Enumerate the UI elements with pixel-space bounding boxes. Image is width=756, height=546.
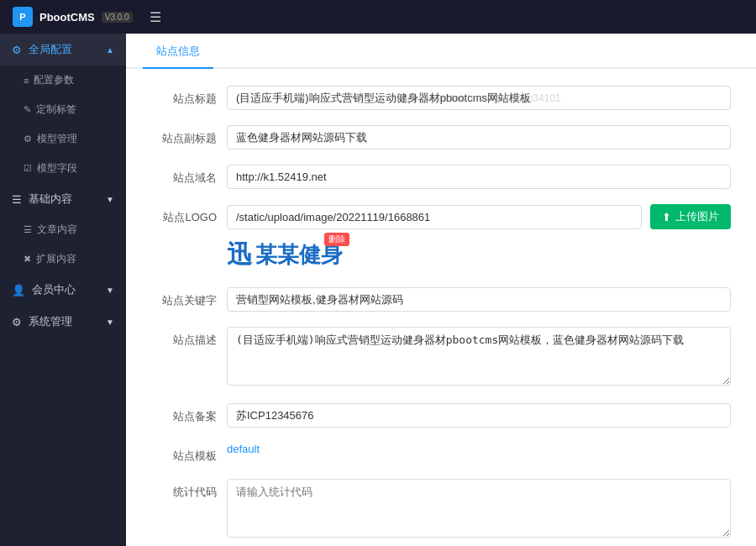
site-record-input[interactable] xyxy=(227,403,731,428)
content-area: 站点信息 站点标题 https://www.huzhan.com/ishop34… xyxy=(126,34,756,546)
sidebar-item-model-manage[interactable]: ⚙ 模型管理 xyxy=(0,124,126,154)
sidebar-item-basic-content[interactable]: ☰ 基础内容 ▼ xyxy=(0,183,126,215)
basic-content-arrow: ▼ xyxy=(106,195,114,204)
upload-image-button[interactable]: ⬆ 上传图片 xyxy=(650,204,731,229)
model-manage-icon: ⚙ xyxy=(24,134,32,144)
logo-preview-area: 迅 某某健身 删除 xyxy=(227,238,343,272)
sidebar-item-global-config[interactable]: ⚙ 全局配置 ▲ xyxy=(0,34,126,66)
site-template-link[interactable]: default xyxy=(227,443,260,455)
logo-delete-button[interactable]: 删除 xyxy=(324,233,349,246)
site-domain-label: 站点域名 xyxy=(151,165,227,186)
stats-code-textarea[interactable] xyxy=(227,479,731,538)
tab-site-info[interactable]: 站点信息 xyxy=(143,34,213,69)
extend-icon: ✖ xyxy=(24,254,31,265)
logo-row: ⬆ 上传图片 xyxy=(227,204,731,229)
config-params-icon: ≡ xyxy=(24,76,29,86)
model-fields-icon: ☑ xyxy=(24,163,32,174)
sidebar-member-center-label: 会员中心 xyxy=(32,282,76,297)
site-title-label: 站点标题 xyxy=(151,86,227,107)
app-title: PbootCMS xyxy=(39,11,95,24)
sidebar-basic-content-label: 基础内容 xyxy=(29,192,72,207)
basic-content-icon: ☰ xyxy=(12,193,22,206)
stats-code-label: 统计代码 xyxy=(151,479,227,500)
site-title-value: https://www.huzhan.com/ishop34101 xyxy=(227,86,731,110)
app-version: V3.0.0 xyxy=(102,12,133,23)
main-layout: ⚙ 全局配置 ▲ ≡ 配置参数 ✎ 定制标签 ⚙ 模型管理 ☑ 模型字段 ☰ 基… xyxy=(0,34,756,546)
site-keywords-label: 站点关键字 xyxy=(151,287,227,308)
form-row-stats-code: 统计代码 xyxy=(151,479,731,540)
system-manage-icon: ⚙ xyxy=(12,316,22,328)
form-row-site-keywords: 站点关键字 xyxy=(151,287,731,312)
global-config-icon: ⚙ xyxy=(12,44,22,56)
site-template-label: 站点模板 xyxy=(151,443,227,464)
sidebar-global-config-label: 全局配置 xyxy=(29,42,72,57)
tab-header: 站点信息 xyxy=(126,34,756,69)
member-center-arrow: ▼ xyxy=(106,286,114,295)
sidebar-model-fields-label: 模型字段 xyxy=(37,161,77,176)
sidebar-item-config-params[interactable]: ≡ 配置参数 xyxy=(0,66,126,95)
site-logo-label: 站点LOGO xyxy=(151,204,227,225)
logo-icon: P xyxy=(13,7,33,27)
form-row-site-domain: 站点域名 xyxy=(151,165,731,189)
topbar: P PbootCMS V3.0.0 ☰ xyxy=(0,0,756,34)
sidebar-custom-tags-label: 定制标签 xyxy=(36,102,76,117)
upload-icon: ⬆ xyxy=(662,211,671,223)
site-subtitle-label: 站点副标题 xyxy=(151,125,227,146)
form-row-site-template: 站点模板 default xyxy=(151,443,731,464)
site-domain-input[interactable] xyxy=(227,165,731,189)
site-keywords-input[interactable] xyxy=(227,287,731,312)
sidebar-item-extend[interactable]: ✖ 扩展内容 xyxy=(0,244,126,274)
menu-toggle-icon[interactable]: ☰ xyxy=(150,9,161,25)
articles-icon: ☰ xyxy=(24,224,32,235)
form-row-site-title: 站点标题 https://www.huzhan.com/ishop34101 xyxy=(151,86,731,110)
site-record-label: 站点备案 xyxy=(151,403,227,424)
site-title-input[interactable] xyxy=(227,86,731,110)
global-config-arrow: ▲ xyxy=(106,45,114,55)
sidebar-item-member-center[interactable]: 👤 会员中心 ▼ xyxy=(0,274,126,306)
sidebar-item-model-fields[interactable]: ☑ 模型字段 xyxy=(0,154,126,183)
site-description-label: 站点描述 xyxy=(151,327,227,348)
sidebar-config-params-label: 配置参数 xyxy=(34,73,74,87)
sidebar-extend-label: 扩展内容 xyxy=(36,252,76,266)
system-manage-arrow: ▼ xyxy=(106,318,114,327)
member-center-icon: 👤 xyxy=(12,284,25,297)
sidebar: ⚙ 全局配置 ▲ ≡ 配置参数 ✎ 定制标签 ⚙ 模型管理 ☑ 模型字段 ☰ 基… xyxy=(0,34,126,546)
form-container: 站点标题 https://www.huzhan.com/ishop34101 站… xyxy=(126,69,756,546)
topbar-logo: P PbootCMS V3.0.0 xyxy=(13,7,133,27)
site-subtitle-input[interactable] xyxy=(227,125,731,150)
form-row-site-record: 站点备案 xyxy=(151,403,731,428)
form-row-site-subtitle: 站点副标题 xyxy=(151,125,731,150)
sidebar-system-manage-label: 系统管理 xyxy=(29,314,72,329)
site-logo-path-input[interactable] xyxy=(227,205,642,229)
sidebar-item-custom-tags[interactable]: ✎ 定制标签 xyxy=(0,95,126,124)
site-description-textarea[interactable]: (目适应手机端)响应式营销型运动健身器材pbootcms网站模板，蓝色健身器材网… xyxy=(227,327,731,386)
form-row-site-description: 站点描述 (目适应手机端)响应式营销型运动健身器材pbootcms网站模板，蓝色… xyxy=(151,327,731,388)
sidebar-item-articles[interactable]: ☰ 文章内容 xyxy=(0,215,126,244)
form-row-site-logo: 站点LOGO ⬆ 上传图片 迅 某某健身 删除 xyxy=(151,204,731,272)
sidebar-item-system-manage[interactable]: ⚙ 系统管理 ▼ xyxy=(0,306,126,338)
custom-tags-icon: ✎ xyxy=(24,104,31,115)
sidebar-articles-label: 文章内容 xyxy=(37,223,77,237)
logo-preview-icon: 迅 xyxy=(227,238,252,272)
sidebar-model-manage-label: 模型管理 xyxy=(37,132,77,146)
